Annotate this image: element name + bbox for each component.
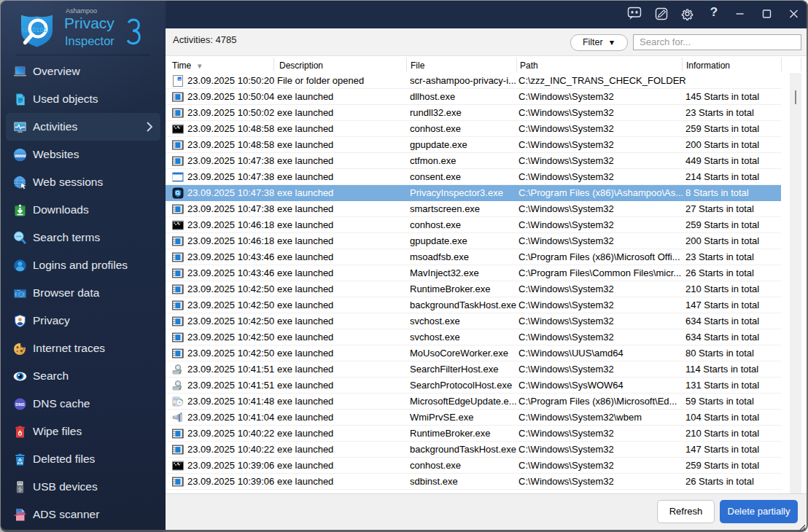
- svg-text:0101: 0101: [32, 26, 47, 34]
- svg-text:www: www: [14, 153, 26, 158]
- svg-text:DNS: DNS: [15, 402, 25, 407]
- svg-text:!1: !1: [23, 27, 28, 34]
